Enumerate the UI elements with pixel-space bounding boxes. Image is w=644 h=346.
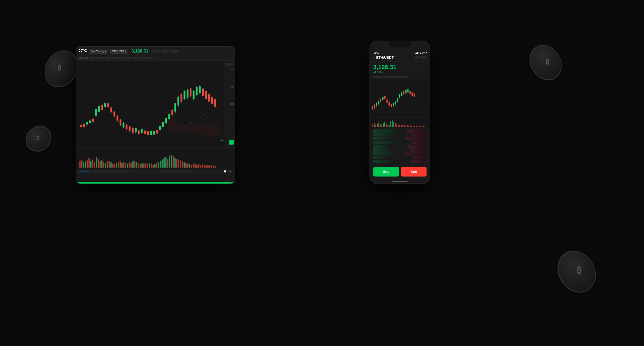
svg-rect-215 (405, 90, 406, 94)
svg-rect-247 (407, 125, 408, 127)
ask-row-5 (408, 145, 427, 148)
svg-rect-132 (131, 163, 132, 168)
svg-rect-185 (374, 105, 375, 108)
svg-rect-82 (184, 91, 186, 99)
svg-rect-164 (189, 164, 190, 168)
svg-rect-207 (397, 98, 398, 102)
svg-rect-5 (84, 50, 85, 51)
svg-rect-129 (125, 163, 126, 168)
buy-button[interactable]: Buy (373, 167, 399, 177)
svg-rect-46 (129, 126, 131, 131)
toolbar-btn-3[interactable] (89, 57, 94, 59)
svg-rect-3 (81, 51, 82, 52)
svg-rect-2 (79, 51, 80, 52)
okx-logo-svg (79, 49, 87, 53)
signal-bar-3 (417, 52, 418, 54)
back-button[interactable]: ‹ (373, 55, 375, 60)
svg-rect-191 (380, 99, 381, 102)
phone-price-stats (370, 76, 430, 79)
pair-label: ETH/USDT (112, 50, 124, 53)
svg-rect-131 (129, 162, 130, 168)
sell-button[interactable]: Sell (401, 167, 427, 177)
svg-rect-106 (83, 162, 84, 168)
phone-volume-svg (370, 117, 430, 128)
svg-rect-109 (88, 158, 90, 168)
svg-rect-172 (204, 165, 205, 168)
svg-rect-175 (209, 165, 210, 168)
svg-rect-153 (169, 156, 170, 168)
battery-icon (422, 52, 426, 54)
chart-toolbar (76, 56, 235, 61)
svg-rect-30 (104, 103, 106, 107)
svg-rect-121 (110, 162, 112, 168)
svg-rect-171 (202, 164, 203, 168)
svg-rect-22 (92, 119, 94, 122)
pair-selector[interactable]: ETH/USDT ▾ (110, 49, 128, 54)
wifi-icon: ▲ (419, 52, 421, 54)
svg-rect-98 (208, 94, 210, 102)
toolbar-btn-13[interactable] (143, 57, 148, 59)
bid-row-6 (373, 148, 390, 152)
svg-rect-36 (113, 112, 115, 116)
battery-fill (423, 53, 425, 53)
svg-rect-20 (89, 120, 91, 123)
svg-rect-233 (386, 124, 387, 127)
toolbar-btn-8[interactable] (116, 57, 121, 59)
toolbar-btn-9[interactable] (122, 57, 126, 59)
svg-rect-258 (423, 126, 424, 127)
toolbar-btn-14[interactable] (149, 57, 153, 59)
svg-rect-115 (100, 161, 101, 168)
toolbar-btn-12[interactable] (138, 57, 142, 59)
svg-rect-224 (372, 124, 373, 127)
toolbar-btn-4[interactable] (95, 57, 99, 59)
svg-rect-135 (136, 162, 137, 168)
svg-rect-246 (405, 126, 406, 127)
svg-rect-203 (393, 103, 394, 106)
svg-rect-160 (182, 161, 183, 168)
svg-rect-176 (211, 165, 212, 168)
toolbar-btn-10[interactable] (127, 57, 131, 59)
svg-rect-157 (176, 159, 178, 168)
spot-trading-button[interactable]: Spot Trading ▾ (89, 49, 108, 54)
svg-rect-60 (150, 131, 152, 135)
svg-rect-144 (153, 165, 154, 168)
svg-rect-56 (144, 130, 146, 134)
page-dot-1[interactable] (229, 171, 231, 172)
svg-rect-244 (402, 125, 403, 127)
bid-row-4 (373, 141, 394, 144)
toolbar-btn-5[interactable] (100, 57, 104, 59)
svg-rect-217 (407, 89, 408, 93)
svg-rect-126 (120, 161, 121, 168)
ask-row-8 (413, 156, 427, 159)
svg-rect-7 (85, 51, 87, 52)
svg-rect-158 (178, 159, 179, 168)
toolbar-btn-6[interactable] (105, 57, 110, 59)
toolbar-btn-2[interactable] (84, 57, 88, 59)
toolbar-btn-1[interactable] (78, 57, 83, 59)
svg-rect-228 (378, 123, 379, 127)
svg-rect-100 (211, 97, 213, 104)
svg-rect-253 (416, 126, 417, 127)
svg-rect-148 (160, 161, 161, 168)
svg-rect-150 (163, 158, 165, 168)
svg-rect-62 (153, 131, 155, 135)
phone-orderbook (370, 128, 430, 165)
svg-rect-141 (147, 164, 148, 168)
dollar-symbol: $ (36, 135, 39, 142)
svg-rect-255 (419, 126, 420, 127)
stat-block-3 (171, 50, 179, 53)
svg-rect-54 (141, 129, 143, 133)
svg-rect-227 (377, 124, 378, 127)
toolbar-btn-11[interactable] (133, 57, 137, 59)
bitcoin-symbol: ₿ (577, 265, 581, 276)
svg-rect-223 (414, 93, 415, 97)
tablet-header: Spot Trading ▾ ETH/USDT ▾ 3,126.31 (76, 47, 235, 56)
toolbar-btn-7[interactable] (111, 57, 115, 59)
page-dot-active[interactable] (224, 170, 226, 172)
header-stats (151, 50, 179, 53)
svg-rect-64 (156, 130, 158, 133)
svg-rect-104 (79, 161, 81, 168)
signal-bar-4 (418, 52, 418, 54)
svg-rect-159 (180, 160, 181, 168)
svg-rect-174 (207, 165, 209, 168)
